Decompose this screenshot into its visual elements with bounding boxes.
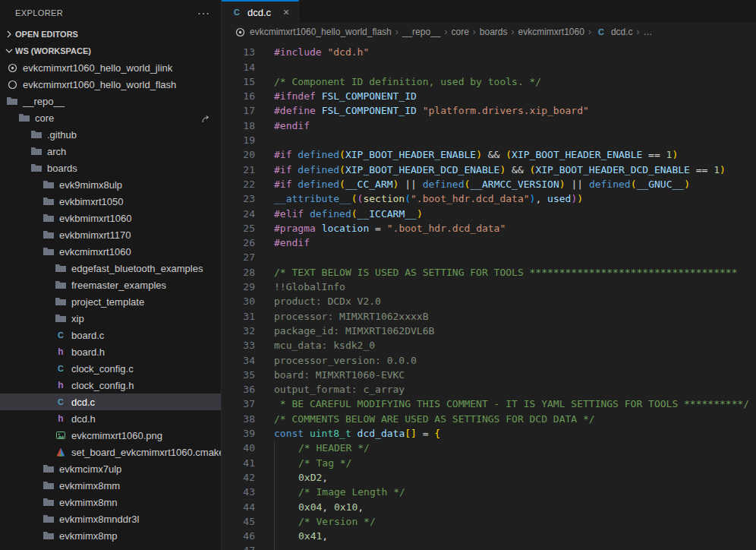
line-number: 41 (222, 456, 255, 470)
code-line-24[interactable]: 24#elif defined(__ICCARM__) (222, 207, 756, 221)
tree-item-evkcmimxrt1060-png[interactable]: evkcmimxrt1060.png (0, 427, 221, 444)
tree-item-boards[interactable]: boards (0, 160, 221, 176)
line-number: 20 (222, 147, 255, 162)
tree-item-github[interactable]: .github (0, 126, 221, 143)
code-text: #pragma location = ".boot_hdr.dcd_data" (255, 221, 506, 235)
c-file-icon: C (55, 330, 67, 340)
code-line-19[interactable]: 19 (222, 133, 756, 147)
code-text: board: MIMXRT1060-EVKC (255, 368, 405, 382)
tree-item-edgefast-bluetooth-examples[interactable]: edgefast_bluetooth_examples (0, 260, 221, 277)
code-line-41[interactable]: 41/* Tag */ (222, 456, 756, 470)
code-line-28[interactable]: 28/* TEXT BELOW IS USED AS SETTING FOR T… (222, 265, 756, 280)
close-icon[interactable]: × (283, 7, 289, 17)
code-line-46[interactable]: 460x41, (222, 529, 756, 543)
explorer-sidebar: EXPLORER ··· OPEN EDITORS WS (WORKSPACE)… (0, 0, 222, 550)
code-line-45[interactable]: 45/* Version */ (222, 514, 756, 529)
tree-item-clock-config-h[interactable]: hclock_config.h (0, 377, 221, 394)
code-line-17[interactable]: 17#define FSL_COMPONENT_ID "platform.dri… (222, 103, 756, 118)
breadcrumb-item[interactable]: evkcmimxrt1060 (518, 27, 584, 37)
more-actions-icon[interactable]: ··· (197, 7, 210, 19)
code-line-18[interactable]: 18#endif (222, 119, 756, 133)
folder-icon (43, 180, 55, 189)
tree-item-board-c[interactable]: Cboard.c (0, 327, 221, 343)
code-line-13[interactable]: 13#include "dcd.h" (222, 45, 756, 59)
tree-item-project-template[interactable]: project_template (0, 293, 221, 310)
line-number: 37 (222, 397, 255, 411)
code-line-32[interactable]: 32package_id: MIMXRT1062DVL6B (222, 324, 756, 338)
code-text: product: DCDx V2.0 (255, 294, 381, 308)
tree-item-evkmcimx7ulp[interactable]: evkmcimx7ulp (0, 460, 221, 477)
tree-item-evkcmimxrt1060-hello-world-flash[interactable]: evkcmimxrt1060_hello_world_flash (0, 76, 221, 93)
tree-item-clock-config-c[interactable]: Cclock_config.c (0, 360, 221, 377)
tree-item-label: set_board_evkcmimxrt1060.cmake (71, 447, 221, 458)
code-line-34[interactable]: 34processor_version: 0.0.0 (222, 353, 756, 368)
code-line-14[interactable]: 14 (222, 60, 756, 74)
workspace-section-header[interactable]: WS (WORKSPACE) (0, 43, 221, 59)
tree-item-label: evkmimx8mnddr3l (59, 514, 139, 525)
code-line-21[interactable]: 21#if defined(XIP_BOOT_HEADER_DCD_ENABLE… (222, 163, 756, 177)
code-line-33[interactable]: 33mcu_data: ksdk2_0 (222, 338, 756, 352)
folder-icon (30, 130, 43, 139)
code-line-20[interactable]: 20#if defined(XIP_BOOT_HEADER_ENABLE) &&… (222, 147, 756, 162)
code-line-23[interactable]: 23__attribute__((section(".boot_hdr.dcd_… (222, 191, 756, 206)
breadcrumb-item[interactable]: dcd.c (611, 27, 633, 37)
breadcrumb-item[interactable]: boards (480, 27, 508, 37)
code-line-40[interactable]: 40/* HEADER */ (222, 441, 756, 455)
tree-item-board-h[interactable]: hboard.h (0, 343, 221, 360)
chevron-down-icon (3, 45, 15, 57)
tree-item-evkcmimxrt1060[interactable]: evkcmimxrt1060 (0, 243, 221, 260)
code-line-25[interactable]: 25#pragma location = ".boot_hdr.dcd_data… (222, 221, 756, 235)
breadcrumb-item[interactable]: … (644, 27, 653, 37)
code-line-37[interactable]: 37 * BE CAREFUL MODIFYING THIS COMMENT -… (222, 397, 756, 411)
code-line-16[interactable]: 16#ifndef FSL_COMPONENT_ID (222, 89, 756, 103)
tree-item-label: arch (47, 146, 66, 157)
code-line-15[interactable]: 15/* Component ID definition, used by to… (222, 74, 756, 89)
tree-item-evkmimx8mnddr3l[interactable]: evkmimx8mnddr3l (0, 510, 221, 527)
tree-item-evk9mimx8ulp[interactable]: evk9mimx8ulp (0, 176, 221, 193)
tree-item-dcd-h[interactable]: hdcd.h (0, 410, 221, 427)
tree-item-evkbmimxrt1060[interactable]: evkbmimxrt1060 (0, 210, 221, 226)
code-line-35[interactable]: 35board: MIMXRT1060-EVKC (222, 368, 756, 382)
code-line-38[interactable]: 38/* COMMENTS BELOW ARE USED AS SETTINGS… (222, 412, 756, 426)
image-file-icon (55, 431, 67, 440)
tree-item-repo[interactable]: __repo__ (0, 93, 221, 109)
breadcrumb-item[interactable]: __repo__ (402, 27, 441, 37)
folder-icon (43, 531, 55, 540)
tree-item-evkmimx8mn[interactable]: evkmimx8mn (0, 494, 221, 510)
code-line-47[interactable]: 47 (222, 543, 756, 550)
tree-item-dcd-c[interactable]: Cdcd.c (0, 394, 221, 410)
code-line-22[interactable]: 22#if defined(__CC_ARM) || defined(__ARM… (222, 177, 756, 191)
tree-item-freemaster-examples[interactable]: freemaster_examples (0, 277, 221, 293)
code-line-27[interactable]: 27 (222, 250, 756, 264)
tree-item-arch[interactable]: arch (0, 143, 221, 160)
tree-item-core[interactable]: core (0, 109, 221, 126)
tree-item-label: __repo__ (23, 96, 65, 107)
code-line-36[interactable]: 36output_format: c_array (222, 382, 756, 397)
tab-dcd-c[interactable]: C dcd.c × (222, 0, 299, 23)
code-line-39[interactable]: 39const uint8_t dcd_data[] = { (222, 426, 756, 441)
tree-item-evkbimxrt1050[interactable]: evkbimxrt1050 (0, 193, 221, 210)
code-line-44[interactable]: 440x04, 0x10, (222, 500, 756, 514)
line-number: 23 (222, 191, 255, 206)
code-line-30[interactable]: 30product: DCDx V2.0 (222, 294, 756, 308)
code-line-29[interactable]: 29!!GlobalInfo (222, 280, 756, 294)
breadcrumb-item[interactable]: core (451, 27, 468, 37)
code-text: /* Component ID definition, used by tool… (255, 74, 541, 89)
code-text: const uint8_t dcd_data[] = { (255, 426, 440, 441)
code-line-42[interactable]: 420xD2, (222, 470, 756, 485)
tree-item-evkbmimxrt1170[interactable]: evkbmimxrt1170 (0, 226, 221, 243)
tree-item-evkcmimxrt1060-hello-world-jlink[interactable]: evkcmimxrt1060_hello_world_jlink (0, 59, 221, 76)
open-editors-section-header[interactable]: OPEN EDITORS (0, 26, 221, 43)
tree-item-set-board-evkcmimxrt1060-cmake[interactable]: set_board_evkcmimxrt1060.cmake (0, 444, 221, 460)
tree-item-xip[interactable]: xip (0, 310, 221, 327)
tree-item-evkmimx8mm[interactable]: evkmimx8mm (0, 477, 221, 494)
tree-item-label: clock_config.h (71, 380, 134, 391)
breadcrumb-item[interactable]: evkcmimxrt1060_hello_world_flash (250, 27, 392, 37)
explorer-header: EXPLORER ··· (0, 0, 221, 26)
line-number: 35 (222, 368, 255, 382)
code-line-31[interactable]: 31processor: MIMXRT1062xxxxB (222, 309, 756, 324)
code-line-26[interactable]: 26#endif (222, 235, 756, 250)
code-editor[interactable]: 1213#include "dcd.h"1415/* Component ID … (222, 41, 756, 550)
code-line-43[interactable]: 43/* Image Length */ (222, 485, 756, 499)
tree-item-evkmimx8mp[interactable]: evkmimx8mp (0, 527, 221, 544)
